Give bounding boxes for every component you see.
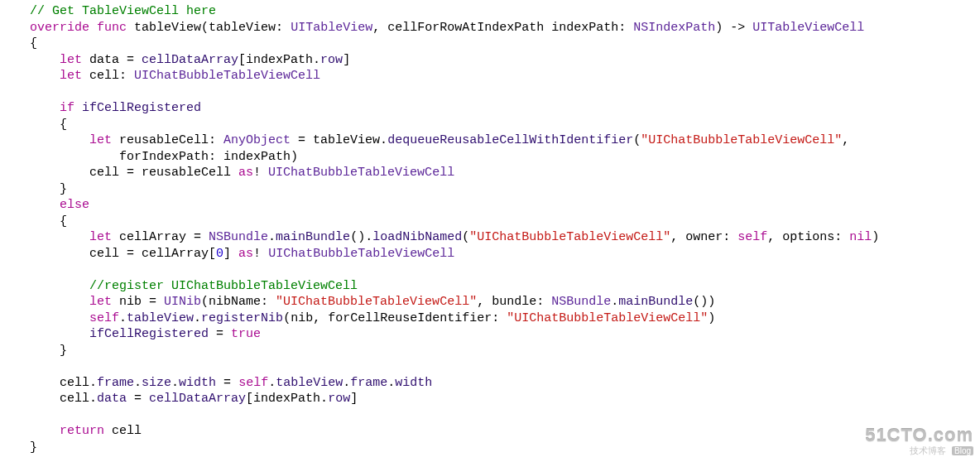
code-line: forIndexPath: indexPath): [0, 149, 980, 166]
code-line: [0, 407, 980, 424]
code-line: cell.data = cellDataArray[indexPath.row]: [0, 391, 980, 407]
code-line: }: [0, 440, 980, 456]
code-line: ifCellRegistered = true: [0, 326, 980, 343]
code-line: [0, 84, 980, 101]
code-line: [0, 359, 980, 375]
code-line: let data = cellDataArray[indexPath.row]: [0, 52, 980, 69]
code-line: else: [0, 197, 980, 214]
watermark-blog: Blog: [952, 446, 973, 455]
code-line: {: [0, 214, 980, 230]
site-watermark: 51CTO.com 技术博客 Blog: [865, 425, 973, 457]
code-line: let reusableCell: AnyObject = tableView.…: [0, 132, 980, 149]
code-line: }: [0, 181, 980, 198]
code-line: //register UIChatBubbleTableViewCell: [0, 278, 980, 295]
code-snippet: // Get TableViewCell here override func …: [0, 0, 980, 455]
code-line: // Get TableViewCell here: [0, 3, 980, 20]
code-line: }: [0, 343, 980, 359]
code-line: cell.frame.size.width = self.tableView.f…: [0, 375, 980, 392]
code-line: return cell: [0, 423, 980, 440]
watermark-sub: 技术博客 Blog: [865, 445, 973, 457]
code-line: if ifCellRegistered: [0, 100, 980, 117]
code-line: cell = reusableCell as! UIChatBubbleTabl…: [0, 165, 980, 181]
code-line: let cell: UIChatBubbleTableViewCell: [0, 68, 980, 84]
code-line: let cellArray = NSBundle.mainBundle().lo…: [0, 229, 980, 246]
watermark-main: 51CTO.com: [865, 425, 973, 446]
code-line: override func tableView(tableView: UITab…: [0, 20, 980, 36]
code-line: {: [0, 36, 980, 52]
code-line: self.tableView.registerNib(nib, forCellR…: [0, 310, 980, 327]
code-line: cell = cellArray[0] as! UIChatBubbleTabl…: [0, 246, 980, 262]
code-line: let nib = UINib(nibName: "UIChatBubbleTa…: [0, 294, 980, 310]
code-line: {: [0, 117, 980, 133]
code-line: [0, 262, 980, 278]
